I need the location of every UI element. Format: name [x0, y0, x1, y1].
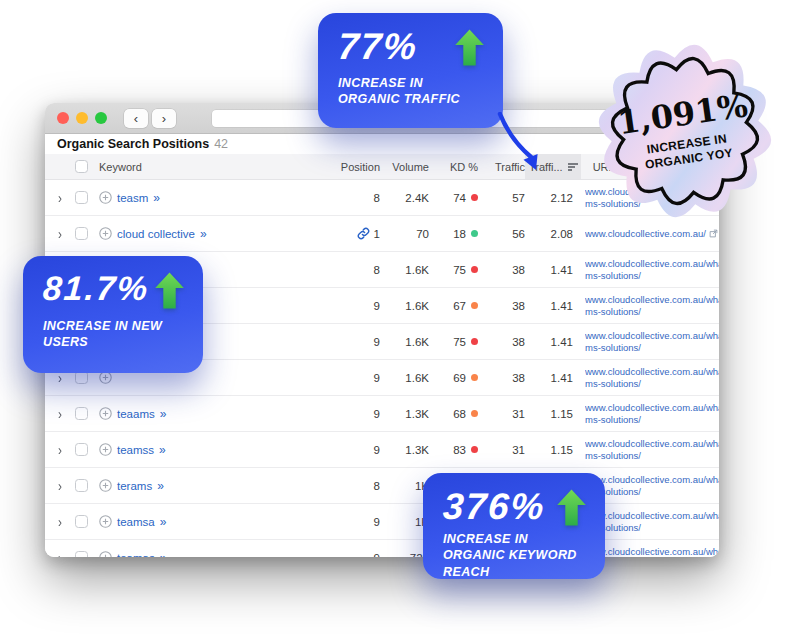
forward-button[interactable]: › [152, 109, 176, 128]
url-link[interactable]: www.cloudcollective.com.au/what [585, 438, 719, 450]
keyword-serp-icon[interactable]: » [153, 191, 159, 205]
keyword-serp-icon[interactable]: » [160, 515, 166, 529]
kd-difficulty-dot [471, 410, 478, 417]
external-link-icon[interactable] [709, 229, 718, 238]
expand-chevron-icon[interactable]: › [58, 515, 62, 529]
kd-difficulty-dot [471, 374, 478, 381]
url-link[interactable]: www.cloudcollective.com.au/what [585, 474, 719, 486]
zoom-button[interactable] [95, 112, 107, 124]
table-row: › terams » 8 1K 73 24 0.89 www.cloudcoll… [45, 467, 719, 503]
row-checkbox[interactable] [75, 479, 88, 492]
kd-value: 18 [453, 228, 466, 240]
traffic-pct-value: 1.41 [551, 300, 573, 312]
add-to-list-icon[interactable] [99, 191, 112, 204]
table-row: › teaams » 9 1.3K 68 31 1.15 www.cloudco… [45, 395, 719, 431]
row-checkbox[interactable] [75, 515, 88, 528]
stat-value: 77% [337, 28, 420, 65]
column-header-kd[interactable]: KD % [429, 161, 478, 173]
url-link[interactable]: www.cloudcollective.com.au/what [585, 366, 719, 378]
url-link[interactable]: www.cloudcollective.com.au/what [585, 330, 719, 342]
keyword-link[interactable]: teamss [117, 444, 154, 456]
traffic-value: 56 [512, 228, 525, 240]
url-cell: www.cloudcollective.com.au/whatms-soluti… [585, 366, 719, 390]
close-button[interactable] [57, 112, 69, 124]
add-to-list-icon[interactable] [99, 227, 112, 240]
url-link[interactable]: ms-solutions/ [585, 270, 719, 282]
pointer-arrow-icon [492, 112, 552, 176]
results-count: 42 [214, 137, 228, 151]
minimize-button[interactable] [76, 112, 88, 124]
column-header-position[interactable]: Position [279, 161, 380, 173]
url-link[interactable]: www.cloudcollective.com.au/what [585, 546, 719, 558]
url-cell: www.cloudcollective.com.au/ [585, 228, 719, 240]
row-checkbox[interactable] [75, 551, 88, 557]
keyword-link[interactable]: teaams [117, 408, 155, 420]
url-link[interactable]: ms-solutions/ [585, 378, 719, 390]
volume-value: 1.6K [405, 264, 429, 276]
url-link[interactable]: ms-solutions/ [585, 342, 719, 354]
volume-value: 70 [416, 228, 429, 240]
kd-value: 75 [453, 336, 466, 348]
page-title: Organic Search Positions [57, 137, 209, 151]
column-header-keyword[interactable]: Keyword [99, 161, 279, 173]
row-checkbox[interactable] [75, 407, 88, 420]
expand-chevron-icon[interactable]: › [58, 227, 62, 241]
stat-label: Increase in organic traffic [338, 75, 485, 108]
select-all-checkbox[interactable] [75, 160, 88, 173]
traffic-value: 31 [512, 444, 525, 456]
url-link[interactable]: ms-solutions/ [585, 306, 719, 318]
url-cell: www.cloudcollective.com.au/whatms-soluti… [585, 294, 719, 318]
keyword-serp-icon[interactable]: » [157, 479, 163, 493]
expand-chevron-icon[interactable]: › [58, 191, 62, 205]
url-cell: www.cloudcollective.com.au/whatms-soluti… [585, 438, 719, 462]
stat-value: 376% [442, 488, 547, 525]
add-to-list-icon[interactable] [99, 479, 112, 492]
volume-value: 1.6K [405, 336, 429, 348]
expand-chevron-icon[interactable]: › [58, 551, 62, 557]
row-checkbox[interactable] [75, 227, 88, 240]
url-link[interactable]: www.cloudcollective.com.au/what [585, 258, 719, 270]
sort-descending-icon[interactable] [568, 162, 579, 172]
keyword-serp-icon[interactable]: » [160, 407, 166, 421]
url-link[interactable]: ms-solutions/ [585, 414, 719, 426]
expand-chevron-icon[interactable]: › [58, 443, 62, 457]
row-checkbox[interactable] [75, 191, 88, 204]
add-to-list-icon[interactable] [99, 551, 112, 557]
back-button[interactable]: ‹ [124, 109, 148, 128]
keyword-link[interactable]: teamas [117, 552, 155, 558]
volume-value: 1.6K [405, 372, 429, 384]
stat-label: Increase in organic keyword reach [443, 531, 587, 580]
keyword-serp-icon[interactable]: » [159, 443, 165, 457]
keyword-link[interactable]: teasm [117, 192, 148, 204]
keyword-link[interactable]: terams [117, 480, 152, 492]
traffic-pct-value: 2.12 [551, 192, 573, 204]
keyword-serp-icon[interactable]: » [200, 227, 206, 241]
volume-value: 1.3K [405, 444, 429, 456]
kd-value: 74 [453, 192, 466, 204]
url-link[interactable]: www.cloudcollective.com.au/what [585, 294, 719, 306]
keyword-link[interactable]: cloud collective [117, 228, 195, 240]
add-to-list-icon[interactable] [99, 407, 112, 420]
traffic-value: 38 [512, 372, 525, 384]
url-link[interactable]: www.cloudcollective.com.au/ [585, 228, 719, 240]
url-link[interactable]: ms-solutions/ [585, 522, 719, 534]
url-link[interactable]: ms-solutions/ [585, 450, 719, 462]
add-to-list-icon[interactable] [99, 515, 112, 528]
url-link[interactable]: ms-solutions/ [585, 486, 719, 498]
expand-chevron-icon[interactable]: › [58, 407, 62, 421]
stat-value: 81.7% [42, 271, 151, 305]
kd-value: 68 [453, 408, 466, 420]
kd-difficulty-dot [471, 302, 478, 309]
expand-chevron-icon[interactable]: › [58, 479, 62, 493]
row-checkbox[interactable] [75, 443, 88, 456]
volume-value: 1.6K [405, 300, 429, 312]
keyword-serp-icon[interactable]: » [160, 551, 166, 558]
url-link[interactable]: www.cloudcollective.com.au/what [585, 510, 719, 522]
link-icon [357, 227, 370, 240]
stat-badge-new-users: 81.7% Increase in new users [23, 256, 203, 373]
keyword-link[interactable]: teamsa [117, 516, 155, 528]
url-link[interactable]: www.cloudcollective.com.au/what [585, 402, 719, 414]
column-header-volume[interactable]: Volume [380, 161, 429, 173]
up-arrow-icon [556, 488, 587, 527]
add-to-list-icon[interactable] [99, 443, 112, 456]
